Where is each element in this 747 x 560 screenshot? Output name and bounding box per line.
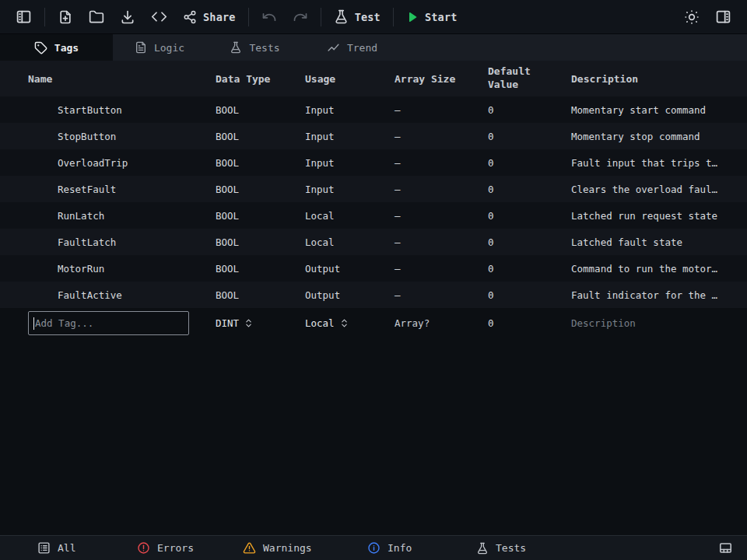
add-tag-datatype-select[interactable]: DINT bbox=[207, 317, 296, 329]
tags-table-header: Name Data Type Usage Array Size Default … bbox=[0, 61, 747, 96]
toggle-left-panel-button[interactable] bbox=[12, 5, 35, 28]
tag-array-size: – bbox=[386, 104, 479, 116]
tag-description: Fault input that trips t… bbox=[565, 157, 719, 169]
toggle-bottom-panel-button[interactable] bbox=[718, 541, 733, 555]
tag-usage: Input bbox=[296, 104, 386, 116]
folder-icon bbox=[89, 9, 104, 25]
tag-usage: Input bbox=[296, 184, 386, 195]
add-tag-description-field[interactable]: Description bbox=[565, 317, 719, 329]
tab-logic[interactable]: Logic bbox=[113, 34, 206, 61]
table-row[interactable]: OverloadTrip BOOL Input – 0 Fault input … bbox=[0, 149, 747, 176]
tag-array-size: – bbox=[386, 184, 479, 195]
tab-tests[interactable]: Tests bbox=[206, 34, 303, 61]
new-file-button[interactable] bbox=[54, 6, 76, 28]
start-button[interactable]: Start bbox=[403, 8, 461, 26]
column-header-name: Name bbox=[28, 73, 207, 85]
tag-default-value: 0 bbox=[479, 263, 565, 275]
tag-description: Momentary stop command bbox=[565, 131, 719, 142]
toolbar-divider bbox=[393, 8, 394, 26]
tag-array-size: – bbox=[386, 289, 479, 301]
toolbar-divider bbox=[248, 8, 249, 26]
tag-usage: Local bbox=[296, 210, 386, 222]
tab-tags-label: Tags bbox=[54, 42, 79, 54]
code-icon bbox=[151, 9, 167, 25]
redo-button[interactable] bbox=[289, 6, 311, 28]
download-icon bbox=[120, 9, 135, 25]
tag-default-value: 0 bbox=[479, 131, 565, 142]
tag-icon bbox=[34, 41, 47, 54]
add-tag-input[interactable] bbox=[28, 311, 189, 335]
add-tag-default-value[interactable]: 0 bbox=[479, 317, 565, 329]
tag-usage: Local bbox=[296, 236, 386, 248]
tab-logic-label: Logic bbox=[154, 42, 184, 54]
editor-tabbar: Tags Logic Tests Trend bbox=[0, 34, 747, 61]
table-row[interactable]: MotorRun BOOL Output – 0 Command to run … bbox=[0, 255, 747, 282]
undo-button[interactable] bbox=[258, 6, 280, 28]
flask-icon bbox=[334, 9, 349, 24]
toggle-right-panel-button[interactable] bbox=[712, 5, 735, 28]
file-text-icon bbox=[135, 41, 147, 54]
column-header-description: Description bbox=[565, 73, 719, 85]
tag-default-value: 0 bbox=[479, 289, 565, 301]
tag-name: OverloadTrip bbox=[28, 157, 207, 169]
add-tag-array-toggle[interactable]: Array? bbox=[386, 317, 479, 329]
tab-trend[interactable]: Trend bbox=[303, 34, 401, 61]
tag-name: FaultActive bbox=[28, 289, 207, 301]
add-tag-usage-value: Local bbox=[305, 317, 335, 329]
tab-tags[interactable]: Tags bbox=[0, 34, 113, 61]
column-header-usage: Usage bbox=[296, 73, 386, 85]
tag-data-type: BOOL bbox=[207, 104, 296, 116]
tag-usage: Output bbox=[296, 263, 386, 275]
status-filter-all[interactable]: All bbox=[37, 541, 137, 555]
chevrons-up-down-icon bbox=[339, 318, 349, 328]
tag-name: MotorRun bbox=[28, 263, 207, 275]
status-filter-warnings-label: Warnings bbox=[263, 542, 312, 554]
list-icon bbox=[37, 541, 51, 555]
flask-icon bbox=[230, 41, 242, 54]
tag-array-size: – bbox=[386, 236, 479, 248]
status-filter-errors[interactable]: Errors bbox=[137, 541, 243, 555]
status-filter-all-label: All bbox=[58, 542, 75, 554]
tag-description: Fault indicator for the … bbox=[565, 289, 719, 301]
table-row[interactable]: RunLatch BOOL Local – 0 Latched run requ… bbox=[0, 202, 747, 229]
code-view-button[interactable] bbox=[148, 5, 170, 28]
tag-description: Clears the overload faul… bbox=[565, 184, 719, 195]
column-header-array-size: Array Size bbox=[386, 73, 479, 85]
test-button[interactable]: Test bbox=[331, 6, 384, 27]
tag-array-size: – bbox=[386, 263, 479, 275]
tag-description: Command to run the motor… bbox=[565, 263, 719, 275]
table-row[interactable]: StartButton BOOL Input – 0 Momentary sta… bbox=[0, 96, 747, 123]
status-filter-warnings[interactable]: Warnings bbox=[243, 541, 367, 555]
download-button[interactable] bbox=[117, 6, 139, 28]
status-filter-info[interactable]: Info bbox=[367, 541, 476, 555]
table-row[interactable]: StopButton BOOL Input – 0 Momentary stop… bbox=[0, 123, 747, 149]
tag-array-size: – bbox=[386, 131, 479, 142]
tag-default-value: 0 bbox=[479, 236, 565, 248]
table-row[interactable]: FaultActive BOOL Output – 0 Fault indica… bbox=[0, 282, 747, 308]
status-bar: All Errors Warnings Info Tests bbox=[0, 535, 747, 560]
play-icon bbox=[406, 11, 419, 23]
table-row[interactable]: FaultLatch BOOL Local – 0 Latched fault … bbox=[0, 229, 747, 255]
toolbar-divider bbox=[44, 8, 45, 26]
status-filter-tests-label: Tests bbox=[496, 542, 526, 554]
tag-array-size: – bbox=[386, 210, 479, 222]
share-button[interactable]: Share bbox=[180, 7, 239, 27]
trend-line-icon bbox=[327, 41, 340, 54]
tag-name: StartButton bbox=[28, 104, 207, 116]
tag-data-type: BOOL bbox=[207, 236, 296, 248]
top-toolbar: Share Test Start bbox=[0, 0, 747, 34]
add-tag-row: DINT Local Array? 0 Description bbox=[0, 308, 747, 338]
tab-trend-label: Trend bbox=[347, 42, 377, 54]
tag-name: ResetFault bbox=[28, 184, 207, 195]
theme-toggle-button[interactable] bbox=[681, 6, 703, 28]
status-filter-info-label: Info bbox=[388, 542, 412, 554]
status-filter-tests[interactable]: Tests bbox=[476, 542, 526, 555]
tag-default-value: 0 bbox=[479, 210, 565, 222]
sun-icon bbox=[684, 9, 700, 25]
add-tag-usage-select[interactable]: Local bbox=[296, 317, 386, 329]
tag-description: Latched fault state bbox=[565, 236, 719, 248]
panel-bottom-icon bbox=[718, 541, 733, 555]
table-row[interactable]: ResetFault BOOL Input – 0 Clears the ove… bbox=[0, 176, 747, 202]
toolbar-divider bbox=[321, 8, 321, 26]
open-folder-button[interactable] bbox=[86, 6, 107, 28]
